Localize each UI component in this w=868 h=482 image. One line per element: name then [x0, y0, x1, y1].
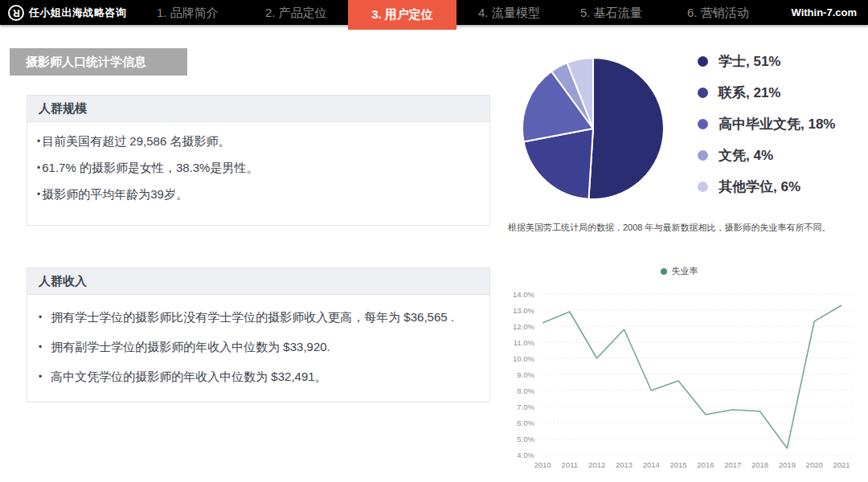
x-axis-tick: 2019	[779, 460, 796, 469]
bullet-item: 拥有学士学位的摄影师比没有学士学位的摄影师收入更高，每年为 $36,565 .	[39, 309, 481, 326]
y-axis-tick: 13.0%	[513, 306, 534, 315]
y-axis-tick: 5.0%	[517, 435, 534, 443]
brand-name: 任小姐出海战略咨询	[29, 6, 127, 20]
x-axis-tick: 2018	[751, 460, 768, 469]
legend-dot-icon	[698, 88, 708, 98]
y-axis-tick: 12.0%	[513, 322, 534, 331]
legend-dot-icon	[698, 182, 708, 192]
legend-dot-icon	[661, 268, 667, 275]
panel-population-title: 人群规模	[27, 96, 489, 122]
pie-legend-label: 文凭, 4%	[719, 146, 773, 165]
pie-legend-label: 学士, 51%	[719, 52, 780, 71]
unemployment-line-chart: 14.0%13.0%12.0%11.0%10.0%9.0%8.0%7.0%6.0…	[494, 283, 864, 476]
x-axis-tick: 2011	[562, 460, 578, 469]
pie-legend-label: 联系, 21%	[719, 84, 780, 102]
y-axis-tick: 10.0%	[513, 354, 534, 363]
x-axis-tick: 2015	[670, 460, 687, 469]
y-axis-tick: 7.0%	[517, 402, 534, 411]
line-chart-legend: 失业率	[494, 265, 864, 277]
nav-tab-1[interactable]: 1. 品牌简介	[157, 0, 219, 25]
brand: R 任小姐出海战略咨询	[8, 0, 127, 25]
y-axis-tick: 11.0%	[514, 338, 535, 347]
nav-tab-5[interactable]: 5. 基石流量	[580, 0, 642, 25]
panel-income-bullets: 拥有学士学位的摄影师比没有学士学位的摄影师收入更高，每年为 $36,565 .拥…	[27, 295, 489, 386]
legend-dot-icon	[698, 56, 708, 67]
bullet-item: 摄影师的平均年龄为39岁。	[37, 186, 481, 203]
brand-logo-icon: R	[8, 5, 24, 21]
pie-legend-item: 文凭, 4%	[698, 140, 835, 171]
y-axis-tick: 4.0%	[517, 451, 534, 460]
y-axis-tick: 6.0%	[517, 419, 534, 427]
education-pie-chart	[519, 55, 667, 202]
x-axis-tick: 2020	[806, 460, 823, 469]
x-axis-tick: 2017	[724, 460, 741, 469]
nav-tab-2[interactable]: 2. 产品定位	[265, 0, 327, 25]
x-axis-tick: 2014	[643, 460, 660, 469]
y-axis-tick: 9.0%	[517, 370, 534, 379]
pie-legend-item: 高中毕业文凭, 18%	[698, 108, 835, 140]
x-axis-tick: 2012	[588, 460, 605, 469]
site-link[interactable]: Within-7.com	[792, 0, 858, 25]
y-axis-tick: 14.0%	[513, 290, 534, 299]
bullet-item: 高中文凭学位的摄影师的年收入中位数为 $32,491。	[39, 369, 481, 386]
x-axis-tick: 2016	[697, 460, 714, 469]
x-axis-tick: 2010	[534, 460, 551, 469]
bullet-item: 拥有副学士学位的摄影师的年收入中位数为 $33,920.	[39, 339, 481, 356]
pie-legend-label: 高中毕业文凭, 18%	[719, 115, 835, 133]
unemployment-line-series	[542, 305, 841, 448]
pie-legend-item: 联系, 21%	[698, 77, 835, 108]
x-axis-tick: 2021	[833, 460, 850, 469]
page-title-badge: 摄影师人口统计学信息	[10, 48, 187, 76]
pie-legend-label: 其他学位, 6%	[719, 178, 800, 196]
pie-slice-学士	[588, 58, 663, 199]
y-axis-tick: 8.0%	[517, 386, 534, 395]
legend-series-label: 失业率	[672, 265, 698, 277]
panel-population-income: 人群收入 拥有学士学位的摄影师比没有学士学位的摄影师收入更高，每年为 $36,5…	[27, 268, 490, 402]
pie-legend: 学士, 51%联系, 21%高中毕业文凭, 18%文凭, 4%其他学位, 6%	[698, 46, 835, 202]
bullet-item: 目前美国有超过 29,586 名摄影师。	[37, 133, 481, 150]
top-navbar: R 任小姐出海战略咨询 1. 品牌简介2. 产品定位3. 用户定位4. 流量模型…	[0, 0, 868, 25]
legend-dot-icon	[698, 119, 708, 129]
nav-tab-3[interactable]: 3. 用户定位	[348, 0, 457, 30]
x-axis-tick: 2013	[616, 460, 633, 469]
legend-dot-icon	[698, 150, 708, 161]
panel-income-title: 人群收入	[27, 268, 489, 295]
nav-tab-4[interactable]: 4. 流量模型	[478, 0, 540, 25]
panel-population-bullets: 目前美国有超过 29,586 名摄影师。61.7% 的摄影师是女性，38.3%是…	[27, 122, 489, 203]
nav-tab-6[interactable]: 6. 营销活动	[687, 0, 749, 25]
bullet-item: 61.7% 的摄影师是女性，38.3%是男性。	[37, 160, 481, 177]
panel-population-size: 人群规模 目前美国有超过 29,586 名摄影师。61.7% 的摄影师是女性，3…	[27, 95, 490, 226]
unemployment-caption: 根据美国劳工统计局的数据，2008 年与最新数据相比，摄影师的失业率有所不同。	[508, 222, 866, 234]
pie-legend-item: 学士, 51%	[698, 46, 835, 77]
pie-legend-item: 其他学位, 6%	[698, 171, 835, 202]
